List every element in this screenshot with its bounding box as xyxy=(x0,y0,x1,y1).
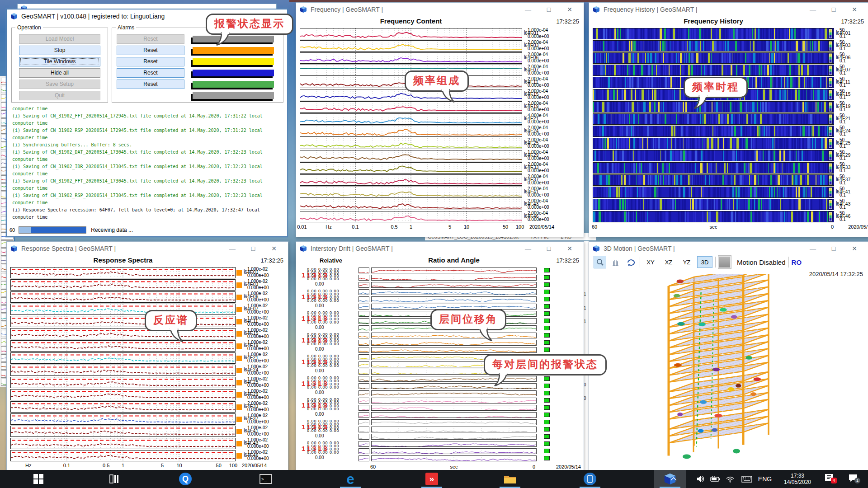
log-output: computer time(i) Saving of CN_31902_FFT_… xyxy=(12,105,283,224)
alarm-reset-button-3[interactable]: Reset xyxy=(117,57,184,66)
drift-mini-chart xyxy=(359,441,369,447)
history-row-64F43: |5064F430.1 xyxy=(593,199,865,211)
maximize-icon[interactable]: □ xyxy=(823,3,844,16)
relative-cluster-5: 0.00 0.00 0.000.00 0.00 0.000.00 0.00 0.… xyxy=(300,354,354,375)
chevron-up-icon xyxy=(670,477,677,481)
minimize-icon[interactable]: — xyxy=(518,242,538,255)
callout-annotation-3: 频率时程 xyxy=(684,77,748,98)
red-app-button[interactable]: » xyxy=(416,470,448,488)
maximize-icon[interactable]: □ xyxy=(823,242,844,255)
interstory-alarm-square xyxy=(544,441,550,446)
drift-mini-chart xyxy=(359,427,369,432)
task-view-button[interactable] xyxy=(99,470,130,488)
alarm-reset-button-5[interactable]: Reset xyxy=(117,80,184,89)
history-row-64F01: |5064F010.1 xyxy=(593,28,865,40)
drift-mini-chart xyxy=(359,419,369,425)
pan-tool-button[interactable] xyxy=(609,256,622,268)
alarm-reset-button-1[interactable]: Reset xyxy=(117,34,184,44)
operation-legend: Operation xyxy=(15,24,43,31)
maximize-icon[interactable]: □ xyxy=(243,242,264,255)
scale-lo: 0.1 xyxy=(840,168,846,173)
zero-value: 0.000e+00 xyxy=(528,46,549,51)
titlebar-frequency[interactable]: Frequency | GeoSMART | — □ ✕ xyxy=(296,3,584,16)
battery-button[interactable] xyxy=(708,470,722,488)
close-icon[interactable]: ✕ xyxy=(844,242,865,255)
volume-button[interactable] xyxy=(693,470,708,488)
titlebar-interstory-drift[interactable]: Interstory Drift | GeoSMART | — □ ✕ xyxy=(296,242,584,255)
operation-button-hide-all[interactable]: Hide all xyxy=(19,68,100,78)
window-frequency-history: Frequency History | GeoSMART | — □ ✕ Fre… xyxy=(589,2,868,237)
qq-browser-button[interactable]: Q xyxy=(170,470,201,488)
zero-value: 0.000e+00 xyxy=(247,310,269,314)
zero-value: 0.000e+00 xyxy=(528,217,549,222)
drift-ratio-chart xyxy=(371,289,537,295)
start-button[interactable] xyxy=(23,470,54,488)
touch-keyboard-button[interactable] xyxy=(739,470,755,488)
zoom-tool-button[interactable] xyxy=(594,256,606,268)
geosmart-cube-icon xyxy=(593,6,600,13)
color-swatch[interactable] xyxy=(718,256,731,268)
alarm-reset-button-2[interactable]: Reset xyxy=(117,46,184,55)
response-row-64F33: |2.000e-0264F330.000e+00 xyxy=(10,401,286,413)
file-explorer-button[interactable] xyxy=(494,470,526,488)
window-title: GeoSMART | v100.048 | registered to: Lin… xyxy=(21,13,165,20)
response-chart-64F37 xyxy=(10,413,236,425)
notification-tray-button[interactable]: 4 xyxy=(819,470,840,488)
titlebar-response-spectra[interactable]: Response Spectra | GeoSMART | — □ ✕ xyxy=(7,242,288,255)
wifi-button[interactable] xyxy=(722,470,738,488)
operation-button-stop[interactable]: Stop xyxy=(19,46,100,55)
operation-button-quit[interactable]: Quit xyxy=(19,91,100,100)
titlebar-3d-motion[interactable]: 3D Motion | GeoSMART | — □ ✕ xyxy=(589,242,868,255)
close-icon[interactable]: ✕ xyxy=(559,3,580,16)
frequency-chart-64F21 xyxy=(300,113,522,125)
response-row-label-64F46: |1.000e-0264F460.000e+00 xyxy=(236,450,286,462)
history-x-axis: 60 sec 0 xyxy=(593,224,834,230)
rotate-tool-button[interactable] xyxy=(624,256,637,268)
view-button-3d[interactable]: 3D xyxy=(697,256,712,268)
tray-expand-button[interactable] xyxy=(665,470,682,488)
maximize-icon[interactable]: □ xyxy=(538,242,559,255)
view-button-xz[interactable]: XZ xyxy=(661,256,676,268)
clock-button[interactable]: 17:33 14/05/2020 xyxy=(777,470,818,488)
close-icon[interactable]: ✕ xyxy=(559,242,580,255)
minimize-icon[interactable]: — xyxy=(802,242,823,255)
operation-button-tile-windows[interactable]: Tile Windows xyxy=(19,57,100,66)
3d-building-model[interactable] xyxy=(642,274,823,468)
geosmart-cube-icon xyxy=(10,13,18,20)
minimize-icon[interactable]: — xyxy=(802,3,823,16)
relative-value: 0.00 xyxy=(315,412,324,417)
language-button[interactable]: ENG xyxy=(755,470,775,488)
edge-button[interactable]: e xyxy=(335,470,366,488)
toolbar-divider xyxy=(640,257,640,267)
history-row-label-64F01: |5064F010.1 xyxy=(834,28,865,40)
minimize-icon[interactable]: — xyxy=(222,242,243,255)
response-chart-64F46 xyxy=(10,450,236,461)
frequency-chart-64F41 xyxy=(300,187,522,198)
close-icon[interactable]: ✕ xyxy=(264,242,284,255)
maximize-icon[interactable]: □ xyxy=(538,3,559,16)
titlebar-frequency-history[interactable]: Frequency History | GeoSMART | — □ ✕ xyxy=(589,3,868,16)
view-button-yz[interactable]: YZ xyxy=(679,256,694,268)
minimize-icon[interactable]: — xyxy=(518,3,538,16)
frequency-row-64F46: |2.000e-0464F460.000e+00 xyxy=(300,211,582,223)
chart-title: Frequency Content xyxy=(300,17,522,25)
drift-ratio-chart xyxy=(371,398,537,404)
zero-value: 0.000e+00 xyxy=(247,456,269,461)
history-row-64F46: |5064F460.1 xyxy=(593,211,865,223)
alarm-square xyxy=(236,319,242,324)
operation-button-save-setup[interactable]: Save Setup xyxy=(19,80,100,89)
view-button-xy[interactable]: XY xyxy=(643,256,658,268)
operation-button-load-model[interactable]: Load Model xyxy=(19,34,100,44)
drift-mini-chart xyxy=(359,340,369,346)
action-center-button[interactable]: 1 xyxy=(842,470,864,488)
alarm-reset-button-4[interactable]: Reset xyxy=(117,68,184,78)
terminal-button[interactable]: >_ xyxy=(250,470,282,488)
frequency-row-label-64F41: |2.000e-0464F410.000e+00 xyxy=(522,187,582,199)
response-row-64F24: |1.000e-0264F240.000e+00 xyxy=(10,365,286,377)
close-icon[interactable]: ✕ xyxy=(844,3,865,16)
relative-value: 0.00 xyxy=(315,390,324,395)
zero-value: 0.000e+00 xyxy=(528,192,549,197)
relative-cluster-3: 0.00 0.00 0.000.00 0.00 0.000.00 0.00 0.… xyxy=(300,310,354,332)
history-row-64F21: |5064F210.1 xyxy=(593,113,865,126)
phone-app-button[interactable] xyxy=(574,470,606,488)
